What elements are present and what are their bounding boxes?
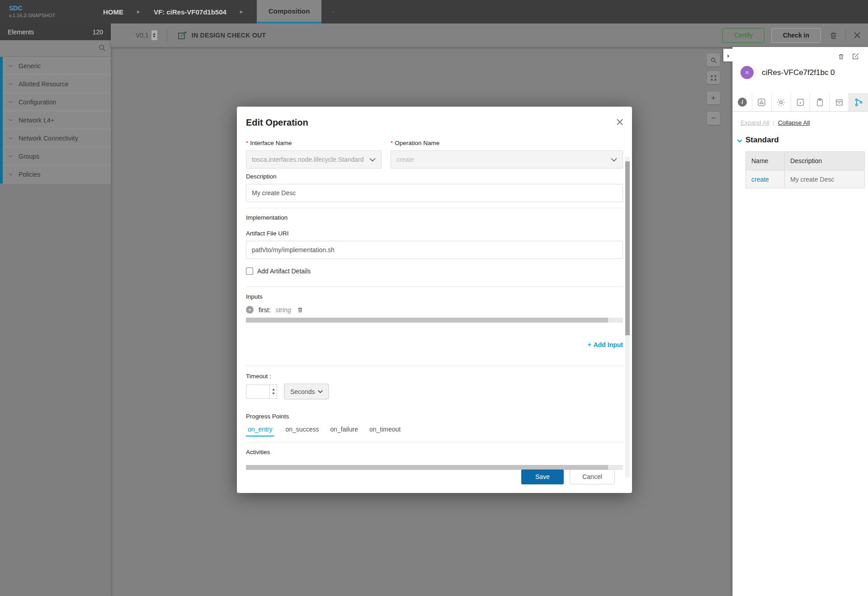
checkin-button[interactable]: Check in bbox=[771, 28, 821, 43]
operation-name-value: create bbox=[396, 156, 414, 163]
version-stepper[interactable] bbox=[151, 30, 158, 41]
section-divider bbox=[246, 366, 623, 366]
tab-on-timeout[interactable]: on_timeout bbox=[369, 426, 401, 436]
chevron-down-icon bbox=[9, 101, 13, 103]
interface-name-select[interactable]: tosca.interfaces.node.lifecycle.Standard bbox=[246, 150, 382, 169]
component-title-row: R ciRes-VFCe7f2f1bc 0 bbox=[733, 47, 868, 79]
zoom-in-button[interactable]: + bbox=[707, 92, 720, 104]
sidebar-item-label: Network Connectivity bbox=[19, 135, 78, 142]
panel-collapse-button[interactable]: › bbox=[723, 49, 733, 61]
breadcrumb-separator-icon: ▶ bbox=[331, 9, 335, 14]
chevron-down-icon bbox=[9, 137, 13, 140]
sidebar-item-generic[interactable]: Generic bbox=[3, 57, 111, 75]
elements-title: Elements bbox=[8, 28, 34, 36]
breadcrumb-home[interactable]: HOME bbox=[103, 8, 123, 16]
artifact-uri-input[interactable] bbox=[246, 241, 623, 259]
delete-input-icon[interactable] bbox=[297, 306, 303, 313]
delete-icon[interactable] bbox=[829, 31, 838, 40]
progress-points-title: Progress Points bbox=[246, 413, 623, 420]
save-button[interactable]: Save bbox=[521, 469, 564, 484]
tab-operations[interactable] bbox=[849, 93, 868, 111]
canvas-controls: + − bbox=[707, 54, 720, 125]
activities-title: Activities bbox=[246, 449, 623, 455]
app-logo[interactable]: SDC v.1.16.2-SNAPSHOT bbox=[9, 5, 90, 19]
sidebar-item-policies[interactable]: Policies bbox=[3, 165, 111, 183]
gear-icon bbox=[776, 98, 786, 107]
sidebar-item-label: Configuration bbox=[19, 99, 56, 106]
table-row: create My create Desc bbox=[746, 170, 864, 188]
sidebar-item-groups[interactable]: Groups bbox=[3, 147, 111, 165]
version-label: V0.1 bbox=[136, 32, 149, 39]
sidebar-item-label: Groups bbox=[19, 153, 39, 160]
tab-composition[interactable]: Composition bbox=[257, 0, 322, 23]
close-composition-icon[interactable] bbox=[854, 32, 861, 39]
elements-search bbox=[0, 40, 111, 57]
operation-description-cell: My create Desc bbox=[785, 176, 834, 183]
sidebar-item-configuration[interactable]: Configuration bbox=[3, 93, 111, 111]
tab-general-info[interactable]: i bbox=[733, 93, 752, 111]
tab-information-artifacts[interactable] bbox=[791, 93, 811, 111]
description-input[interactable] bbox=[246, 184, 623, 202]
sidebar-item-allotted-resource[interactable]: Allotted Resource bbox=[3, 75, 111, 93]
description-label: Description bbox=[246, 173, 623, 180]
certify-button[interactable]: Certify bbox=[722, 28, 764, 43]
timeout-value-input[interactable] bbox=[246, 385, 269, 399]
chevron-down-icon bbox=[369, 158, 376, 162]
expand-all-link[interactable]: Expand All bbox=[741, 119, 769, 126]
component-details-panel: › R ciRes-VFCe7f2f1bc 0 i bbox=[732, 47, 868, 596]
add-artifact-checkbox[interactable] bbox=[246, 267, 253, 275]
scrollbar-thumb[interactable] bbox=[625, 161, 630, 335]
chevron-down-icon bbox=[9, 65, 13, 67]
collapse-all-link[interactable]: Collapse All bbox=[778, 119, 810, 126]
canvas-fit-screen-button[interactable] bbox=[707, 71, 720, 84]
tab-on-success[interactable]: on_success bbox=[285, 426, 319, 436]
sidebar-item-label: Policies bbox=[19, 171, 40, 178]
tab-on-failure[interactable]: on_failure bbox=[330, 426, 358, 436]
info-square-icon bbox=[796, 98, 805, 107]
timeout-stepper[interactable] bbox=[269, 385, 277, 399]
delete-component-icon[interactable] bbox=[838, 53, 844, 60]
lifecycle-status: IN DESIGN CHECK OUT bbox=[177, 30, 266, 40]
sidebar-item-network-connectivity[interactable]: Network Connectivity bbox=[3, 129, 111, 147]
input-name: first: bbox=[259, 306, 270, 314]
chevron-down-icon[interactable] bbox=[737, 139, 742, 143]
required-asterisk: * bbox=[391, 140, 393, 146]
cancel-button[interactable]: Cancel bbox=[570, 469, 615, 484]
top-nav: SDC v.1.16.2-SNAPSHOT HOME ▶ VF: ciRes-V… bbox=[0, 0, 868, 23]
expand-collapse-links: Expand All | Collapse All bbox=[741, 119, 868, 126]
stepper-down-icon bbox=[272, 393, 275, 394]
operation-name-select[interactable]: create bbox=[391, 150, 623, 169]
chevron-down-icon bbox=[9, 173, 13, 176]
tab-on-entry[interactable]: on_entry bbox=[246, 426, 274, 436]
modal-close-icon[interactable] bbox=[617, 119, 623, 125]
stepper-up-icon bbox=[153, 33, 156, 35]
add-input-link[interactable]: +Add Input bbox=[246, 340, 623, 349]
toolbar-divider bbox=[845, 28, 846, 42]
tab-deployment-artifacts[interactable] bbox=[752, 93, 772, 111]
operation-name-label: *Operation Name bbox=[391, 140, 623, 146]
tab-properties[interactable] bbox=[772, 93, 791, 111]
chevron-down-icon bbox=[9, 155, 13, 158]
section-divider bbox=[246, 286, 623, 287]
elements-search-input[interactable] bbox=[0, 40, 111, 56]
breadcrumb-vf[interactable]: VF: ciRes-VF07d1b504 bbox=[154, 8, 226, 16]
operations-table: Name Description create My create Desc bbox=[745, 151, 865, 188]
sidebar-item-label: Allotted Resource bbox=[19, 80, 69, 88]
operation-create-link[interactable]: create bbox=[751, 176, 769, 183]
tab-requirements-capabilities[interactable] bbox=[830, 93, 849, 111]
workspace-toolbar: V0.1 IN DESIGN CHECK OUT Certify Check i… bbox=[111, 23, 868, 47]
timeout-unit-select[interactable]: Seconds bbox=[284, 384, 329, 399]
sidebar-item-network-l4[interactable]: Network L4+ bbox=[3, 111, 111, 129]
tab-attributes[interactable] bbox=[810, 93, 830, 111]
edit-component-icon[interactable] bbox=[852, 53, 859, 60]
scrollbar-thumb[interactable] bbox=[246, 318, 608, 323]
input-parameter-row: + first: string bbox=[246, 306, 623, 314]
elements-sidebar: Elements 120 Generic Allotted Resource C… bbox=[0, 23, 111, 596]
canvas-search-button[interactable] bbox=[707, 54, 720, 66]
required-asterisk: * bbox=[246, 140, 248, 146]
interface-name-label: *Interface Name bbox=[246, 140, 382, 146]
chevron-down-icon bbox=[318, 390, 323, 393]
add-artifact-label: Add Artifact Details bbox=[257, 267, 311, 275]
zoom-out-button[interactable]: − bbox=[707, 112, 720, 125]
expand-input-icon[interactable]: + bbox=[246, 306, 254, 314]
